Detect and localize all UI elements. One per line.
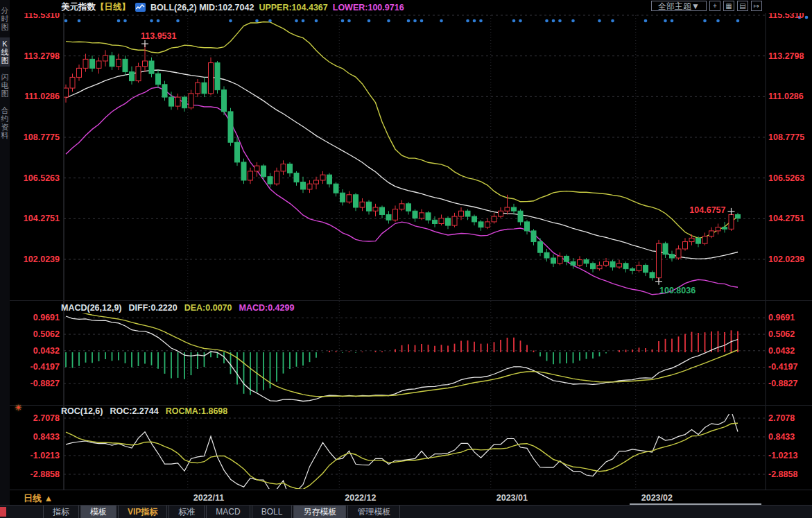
chart-header: 美元指数【日线】 BOLL(26,2) MID:102.7042 UPPER:1… (10, 0, 812, 13)
window-control-icon[interactable]: + (709, 1, 720, 11)
axis-tick-label: 108.7775 (768, 132, 811, 142)
bottom-tab[interactable]: 标准 (169, 506, 205, 518)
left-tab-rail: 分时图K线图闪电图合约资料 (0, 0, 10, 505)
period-tag: 【日线】 (96, 2, 130, 12)
price-annotation: 113.9531 (141, 31, 176, 41)
price-annotation: 100.8036 (659, 286, 696, 295)
axis-tick-label: 108.7775 (15, 132, 60, 142)
symbol-title: 美元指数【日线】 (61, 1, 130, 13)
symbol-name: 美元指数 (61, 2, 96, 12)
theme-dropdown-button[interactable]: 全部主题▼ (651, 1, 707, 11)
axis-tick-label: 0.9691 (768, 313, 811, 322)
macd-title: MACD(26,12,9) (61, 303, 122, 313)
boll-mid-value: BOLL(26,2) MID:102.7042 (150, 3, 254, 12)
axis-tick-label: -0.4197 (768, 362, 811, 372)
axis-tick-label: 106.5263 (768, 173, 811, 183)
kline-app-window: 分时图K线图闪电图合约资料 ☀ 美元指数【日线】 BOLL(26,2) MID:… (0, 0, 812, 518)
kline-chart-icon (135, 3, 146, 12)
boll-lower-value: LOWER:100.9716 (333, 3, 404, 12)
sidebar-item[interactable]: 合约资料 (0, 104, 10, 141)
corner-brand-mark (0, 507, 6, 517)
axis-tick-label: 0.8433 (768, 432, 811, 442)
roc-value: ROC:2.2744 (110, 406, 158, 416)
axis-tick-label: 2.7078 (15, 413, 60, 423)
axis-tick-label: 113.2798 (15, 51, 60, 61)
axis-tick-label: 111.0286 (15, 92, 60, 101)
roc-title: ROC(12,6) (61, 406, 103, 416)
sun-icon: ☀ (15, 403, 22, 413)
axis-tick-label: -1.0213 (15, 451, 60, 460)
axis-tick-label: 102.0239 (768, 254, 811, 264)
axis-tick-label: -2.8858 (15, 469, 60, 479)
month-label: 2023/01 (496, 493, 528, 503)
window-control-icon[interactable]: ▦ (723, 1, 734, 11)
bottom-tab[interactable]: 指标 (43, 506, 79, 518)
macd-bar-value: MACD:0.4299 (239, 303, 295, 313)
month-label: 2022/11 (193, 493, 225, 503)
axis-tick-label: 0.0432 (15, 346, 60, 356)
bottom-tab-bar: 指标模板VIP指标标准MACDBOLL另存模板管理模板 (0, 505, 812, 518)
axis-tick-label: -0.8827 (15, 379, 60, 388)
axis-tick-label: -0.4197 (15, 362, 60, 372)
bottom-tab[interactable]: MACD (206, 506, 250, 518)
axis-tick-label: 0.0432 (768, 346, 811, 356)
month-label: 2023/02 (641, 493, 673, 503)
boll-upper-value: UPPER:104.4367 (259, 3, 327, 12)
bottom-tab[interactable]: 模板 (80, 506, 116, 518)
chart-canvas[interactable]: 113.9531104.6757100.8036 (0, 0, 812, 491)
axis-tick-label: 2.7078 (768, 413, 811, 423)
bottom-tab[interactable]: BOLL (252, 506, 293, 518)
sidebar-item[interactable]: 分时图 (0, 4, 10, 33)
macd-diff-value: DIFF:0.2220 (129, 303, 178, 313)
axis-tick-label: 0.5062 (768, 329, 811, 339)
axis-tick-label: 102.0239 (15, 254, 60, 264)
time-axis-row: 日线 ▲ 2022/112022/122023/012023/02 (0, 490, 812, 506)
bottom-tab[interactable]: 管理模板 (347, 506, 400, 518)
roc-panel-header: ROC(12,6)ROC:2.2744ROCMA:1.8698 (61, 406, 234, 416)
rocma-value: ROCMA:1.8698 (166, 406, 228, 416)
axis-tick-label: 104.2751 (768, 214, 811, 223)
sidebar-item[interactable]: 闪电图 (0, 71, 10, 100)
axis-tick-label: 0.9691 (15, 313, 60, 322)
window-control-icon[interactable]: ▤ (737, 1, 748, 11)
axis-tick-label: 111.0286 (768, 92, 811, 101)
axis-tick-label: -1.0213 (768, 451, 811, 460)
price-annotation: 104.6757 (689, 205, 725, 215)
macd-panel-header: MACD(26,12,9)DIFF:0.2220DEA:0.0070MACD:0… (61, 303, 301, 313)
axis-tick-label: -0.8827 (768, 379, 811, 388)
axis-tick-label: -2.8858 (768, 469, 811, 479)
axis-tick-label: 0.5062 (15, 329, 60, 339)
axis-tick-label: 104.2751 (15, 214, 60, 223)
macd-dea-value: DEA:0.0070 (184, 303, 232, 313)
axis-tick-label: 0.8433 (15, 432, 60, 442)
period-selector[interactable]: 日线 ▲ (24, 492, 53, 505)
sidebar-item[interactable]: K线图 (0, 37, 10, 67)
window-control-icon[interactable]: ↦ (751, 1, 762, 11)
axis-tick-label: 106.5263 (15, 173, 60, 183)
month-label: 2022/12 (345, 493, 376, 503)
bottom-tab[interactable]: 另存模板 (293, 506, 346, 518)
symbol-header: 美元指数【日线】 BOLL(26,2) MID:102.7042 UPPER:1… (61, 1, 404, 13)
header-controls: 全部主题▼ +▦▤↦ (651, 1, 762, 11)
axis-tick-label: 113.2798 (768, 51, 811, 61)
bottom-tab[interactable]: VIP指标 (118, 506, 167, 518)
